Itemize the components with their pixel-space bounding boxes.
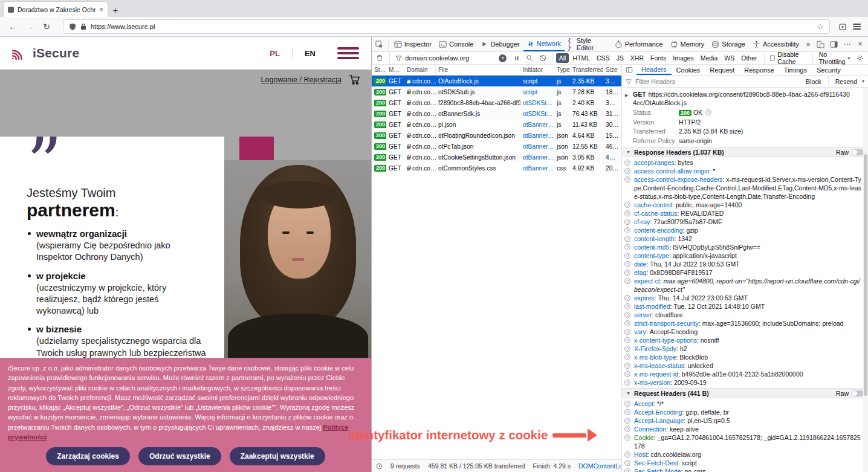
clear-filter-icon[interactable]: × <box>499 54 507 62</box>
help-icon[interactable]: ? <box>624 312 630 318</box>
tab-security[interactable]: Security <box>812 65 846 75</box>
help-icon[interactable]: ? <box>624 329 630 335</box>
column-header[interactable]: File <box>436 65 520 75</box>
cart-icon[interactable] <box>349 74 361 85</box>
type-filter-chip[interactable]: XHR <box>627 53 647 63</box>
request-url-line[interactable]: ▶GEThttps://cdn.cookielaw.org/consent/f2… <box>622 89 868 108</box>
tab-headers[interactable]: Headers <box>636 65 672 75</box>
initiator-cell[interactable]: script <box>520 78 554 85</box>
menu-icon[interactable] <box>853 22 861 31</box>
raw-toggle[interactable] <box>852 390 864 396</box>
help-icon[interactable]: ? <box>624 210 630 216</box>
table-row[interactable]: 200 GET cdn.co… otCommonStyles.css otBan… <box>372 163 621 173</box>
type-filter-chip[interactable]: HTML <box>569 53 593 63</box>
tab-cookies[interactable]: Cookies <box>672 65 705 75</box>
responsive-design-icon[interactable] <box>814 37 827 51</box>
column-header[interactable]: Transferred <box>570 65 603 75</box>
column-header[interactable]: Size <box>603 65 621 75</box>
tab-storage[interactable]: Storage <box>708 37 749 51</box>
help-icon[interactable]: ? <box>624 401 630 407</box>
help-icon[interactable]: ? <box>624 435 630 441</box>
url-bar[interactable]: https://www.isecure.pl ☆ <box>63 19 830 34</box>
help-icon[interactable]: ? <box>624 236 630 242</box>
type-filter-chip[interactable]: Media <box>698 53 721 63</box>
type-filter-chip[interactable]: Images <box>670 53 696 63</box>
headers-filter-input[interactable] <box>635 78 802 85</box>
initiator-cell[interactable]: otBanner… <box>520 143 554 150</box>
help-icon[interactable]: ? <box>624 426 630 432</box>
tab-response[interactable]: Response <box>739 65 779 75</box>
help-icon[interactable]: ? <box>624 451 630 457</box>
help-icon[interactable]: ? <box>624 227 630 233</box>
raw-toggle[interactable] <box>852 149 864 155</box>
type-filter-chip[interactable]: WS <box>721 53 737 63</box>
twisty-icon[interactable]: ▶ <box>625 91 628 100</box>
extensions-icon[interactable] <box>838 22 847 31</box>
table-row[interactable]: 200 GET cdn.co… otPcTab.json otBanner… j… <box>372 141 621 152</box>
type-filter-chip[interactable]: All <box>556 53 569 63</box>
help-icon[interactable]: ? <box>624 363 630 369</box>
new-tab-button[interactable]: + <box>108 2 123 17</box>
back-icon[interactable]: ← <box>5 19 21 34</box>
network-settings-gear-icon[interactable] <box>854 54 866 62</box>
type-filter-chip[interactable]: CSS <box>594 53 613 63</box>
tab-close-icon[interactable]: × <box>99 5 103 14</box>
tab-accessibility[interactable]: Accessibility <box>749 37 803 51</box>
throttling-dropdown[interactable]: No Throttling ▾ <box>819 51 850 65</box>
help-icon[interactable]: ? <box>624 346 630 352</box>
tab-console[interactable]: Console <box>435 37 477 51</box>
table-row[interactable]: 200 GET cdn.co… otFloatingRoundedIcon.js… <box>372 130 621 141</box>
help-icon[interactable]: ? <box>624 380 630 386</box>
table-row[interactable]: 200 GET cdn.co… otBannerSdk.js otSDKSt… … <box>372 108 621 119</box>
initiator-cell[interactable]: otSDKSt… <box>520 111 554 117</box>
table-row[interactable]: 200 GET cdn.co… pl.json otBanner… js 11.… <box>372 119 621 130</box>
more-tabs-icon[interactable]: » <box>803 37 814 51</box>
forward-icon[interactable]: → <box>22 19 37 34</box>
chevron-down-icon[interactable]: ▾ <box>862 79 864 84</box>
table-row[interactable]: 200 GET cdn.co… OtAutoBlock.js script js… <box>372 76 621 86</box>
help-icon[interactable]: ? <box>624 409 630 415</box>
browser-tab[interactable]: Doradztwo w Zakresie Ochrony Dany × <box>4 2 108 17</box>
login-link[interactable]: Logowanie / Rejestracja <box>261 76 342 84</box>
block-icon[interactable] <box>537 54 548 62</box>
column-header[interactable]: Initiator <box>520 65 554 75</box>
request-filter-box[interactable]: × <box>393 54 509 62</box>
type-filter-chip[interactable]: Fonts <box>647 53 669 63</box>
resend-button[interactable]: Resend <box>835 78 857 85</box>
tab-style-editor[interactable]: { }Style Editor <box>565 37 611 51</box>
help-icon[interactable]: ? <box>624 160 630 166</box>
help-icon[interactable]: ? <box>624 354 630 360</box>
tab-debugger[interactable]: Debugger <box>477 37 523 51</box>
initiator-cell[interactable]: otBanner… <box>520 121 554 128</box>
request-filter-input[interactable] <box>405 54 496 62</box>
table-row[interactable]: 200 GET cdn.co… f2890bc8-88eb-4bac-a266-… <box>372 97 621 108</box>
help-icon[interactable]: ? <box>624 295 630 301</box>
help-icon[interactable]: ? <box>624 176 630 183</box>
pick-element-icon[interactable] <box>373 37 386 51</box>
scrollbar[interactable] <box>863 88 868 472</box>
shield-icon[interactable] <box>69 23 76 31</box>
cookie-consent-button[interactable]: Odrzuć wszystkie <box>138 447 221 465</box>
close-devtools-icon[interactable]: × <box>853 37 867 51</box>
help-icon[interactable]: ? <box>624 460 630 466</box>
help-icon[interactable]: ? <box>624 202 630 208</box>
tab-memory[interactable]: Memory <box>667 37 708 51</box>
help-icon[interactable]: ? <box>624 320 630 326</box>
scrollbar-thumb[interactable] <box>864 154 867 396</box>
tab-request[interactable]: Request <box>705 65 739 75</box>
help-icon[interactable]: ? <box>624 303 630 309</box>
tab-network[interactable]: Network <box>523 37 565 51</box>
twisty-icon[interactable]: ▼ <box>626 391 630 395</box>
split-panel-icon[interactable] <box>622 65 636 75</box>
help-icon[interactable]: ? <box>624 278 630 284</box>
tab-timings[interactable]: Timings <box>779 65 812 75</box>
cookie-consent-button[interactable]: Zarządzaj cookies <box>46 447 130 465</box>
site-logo[interactable]: iSecure <box>10 44 79 63</box>
column-header[interactable]: Domain <box>404 65 436 75</box>
table-row[interactable]: 200 GET cdn.co… otSDKStub.js script js 7… <box>372 86 621 97</box>
help-icon[interactable]: ? <box>624 371 630 377</box>
column-header[interactable]: Type <box>554 65 570 75</box>
lang-pl-button[interactable]: PL <box>257 49 292 58</box>
help-icon[interactable]: ? <box>624 168 630 174</box>
site-menu-icon[interactable] <box>337 45 359 62</box>
